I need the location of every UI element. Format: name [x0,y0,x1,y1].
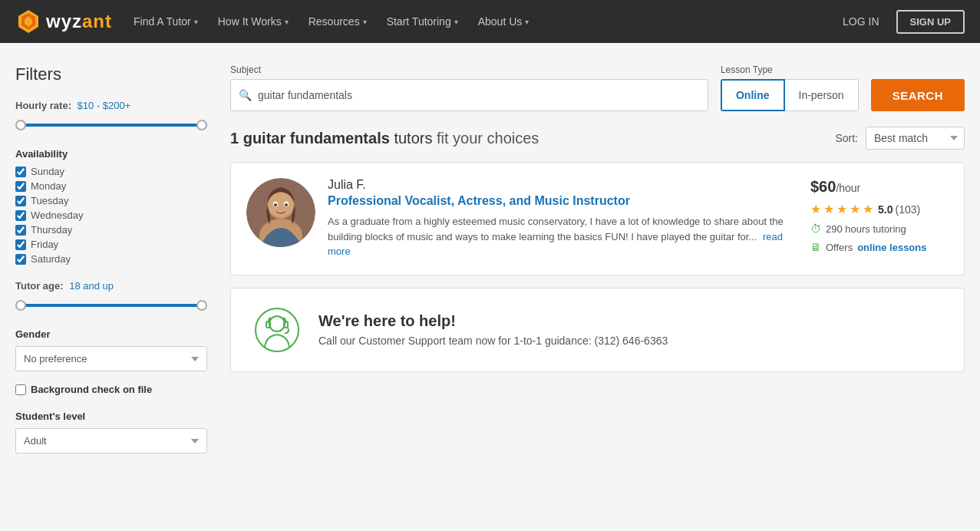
signup-button[interactable]: SIGN UP [896,10,965,34]
sidebar: Filters Hourly rate: $10 - $200+ Availab… [15,64,207,469]
subject-col: Subject 🔍 [230,64,708,111]
hourly-rate-slider[interactable] [15,117,207,133]
rating-count: (103) [895,203,920,216]
avatar [246,178,315,247]
tutor-age-section: Tutor age: 18 and up [15,280,207,313]
chevron-down-icon: ▾ [194,18,198,26]
nav-item-resources[interactable]: Resources ▾ [299,9,376,34]
nav-item-about-us[interactable]: About Us ▾ [469,9,539,34]
checkbox-sunday[interactable]: Sunday [15,166,207,177]
tutor-name: Julia F. [328,178,798,192]
hourly-rate-value: $10 - $200+ [78,100,131,111]
tutor-price: $60/hour [810,178,949,196]
slider-thumb-right[interactable] [196,120,207,130]
tutor-age-value: 18 and up [69,280,114,292]
chevron-down-icon: ▾ [454,18,458,26]
results-subtitle: fit your choices [437,130,539,147]
nav-item-start-tutoring[interactable]: Start Tutoring ▾ [378,9,467,34]
student-level-title: Student's level [15,411,207,422]
chevron-down-icon: ▾ [285,18,289,26]
support-icon [254,307,300,353]
price-unit: /hour [836,182,860,194]
background-check-label[interactable]: Background check on file [31,384,152,395]
help-icon [254,307,300,353]
sort-select[interactable]: Best match Lowest price Highest rating M… [866,127,965,150]
login-button[interactable]: LOG IN [835,11,886,32]
checkbox-tuesday[interactable]: Tuesday [15,195,207,206]
monitor-icon: 🖥 [810,241,821,253]
results-title: 1 guitar fundamentals tutors fit your ch… [230,130,539,147]
lesson-type-buttons: Online In-person [721,79,859,111]
help-text: We're here to help! Call our Customer Su… [318,312,668,347]
results-count: 1 [230,130,239,147]
sort-label: Sort: [835,132,858,144]
student-level-section: Student's level Adult Elementary School … [15,411,207,453]
search-icon: 🔍 [239,89,252,101]
help-description: Call our Customer Support team now for 1… [318,335,668,347]
tutor-meta: $60/hour ★ ★ ★ ★ ★ 5.0 (103) ⏱ 290 hours… [810,178,949,259]
nav-item-find-tutor[interactable]: Find A Tutor ▾ [124,9,207,34]
availability-section: Availability Sunday Monday Tuesday Wedne… [15,148,207,265]
nav-links: Find A Tutor ▾ How It Works ▾ Resources … [124,9,835,34]
search-button[interactable]: SEARCH [871,79,965,111]
lesson-online-button[interactable]: Online [721,79,785,111]
hourly-rate-section: Hourly rate: $10 - $200+ [15,100,207,133]
chevron-down-icon: ▾ [363,18,367,26]
background-check-section: Background check on file [15,384,207,395]
checkbox-saturday[interactable]: Saturday [15,253,207,265]
nav-right: LOG IN SIGN UP [835,10,965,34]
slider-track [15,124,207,127]
search-input[interactable] [258,89,700,101]
star-4: ★ [850,202,860,216]
tutor-info: Julia F. Professional Vocalist, Actress,… [328,178,798,259]
tutor-age-label: Tutor age: 18 and up [15,280,207,292]
logo-text: wyzant [46,11,112,32]
star-3: ★ [836,202,847,216]
lesson-in-person-button[interactable]: In-person [785,79,859,111]
subject-label: Subject [230,64,708,75]
student-level-select[interactable]: Adult Elementary School Middle School Hi… [15,428,207,453]
lesson-type-col: Lesson Type Online In-person [721,64,859,111]
svg-point-10 [285,203,288,206]
gender-section: Gender No preference Male Female [15,328,207,371]
search-input-wrap: 🔍 [230,79,708,111]
age-slider-track [15,304,207,307]
gender-select[interactable]: No preference Male Female [15,346,207,371]
checkbox-monday[interactable]: Monday [15,180,207,192]
tutor-description: As a graduate from a highly esteemed mus… [328,214,798,259]
checkbox-wednesday[interactable]: Wednesday [15,209,207,221]
chevron-down-icon: ▾ [525,18,529,26]
background-check-checkbox[interactable] [15,384,26,395]
slider-thumb-left[interactable] [15,120,26,130]
age-slider-thumb-left[interactable] [15,300,26,311]
star-5: ★ [863,202,873,216]
svg-point-9 [274,203,277,206]
results-header: 1 guitar fundamentals tutors fit your ch… [230,127,965,150]
checkbox-friday[interactable]: Friday [15,239,207,250]
svg-point-12 [269,316,285,331]
online-label: online lessons [857,242,926,253]
tutor-hours: ⏱ 290 hours tutoring [810,223,949,235]
tutor-age-slider[interactable] [15,298,207,313]
svg-point-11 [256,308,299,351]
navbar: wyzant Find A Tutor ▾ How It Works ▾ Res… [0,0,980,43]
star-1: ★ [810,202,821,216]
help-box: We're here to help! Call our Customer Su… [230,288,965,372]
gender-title: Gender [15,328,207,340]
age-slider-thumb-right[interactable] [196,300,207,311]
lesson-type-label: Lesson Type [721,64,859,75]
logo-diamond-icon [15,8,41,35]
hourly-rate-label: Hourly rate: $10 - $200+ [15,100,207,111]
rating-number: 5.0 [878,203,893,216]
tutor-title-link[interactable]: Professional Vocalist, Actress, and Musi… [328,194,798,208]
tutor-card: Julia F. Professional Vocalist, Actress,… [230,162,965,275]
help-title: We're here to help! [318,312,668,330]
logo[interactable]: wyzant [15,8,112,35]
star-2: ★ [823,202,834,216]
search-bar-area: Subject 🔍 Lesson Type Online In-person S… [230,64,965,111]
results-query: guitar fundamentals [243,130,390,147]
nav-item-how-it-works[interactable]: How It Works ▾ [209,9,298,34]
content-area: Subject 🔍 Lesson Type Online In-person S… [230,64,965,469]
checkbox-thursday[interactable]: Thursday [15,224,207,236]
sort-area: Sort: Best match Lowest price Highest ra… [835,127,965,150]
